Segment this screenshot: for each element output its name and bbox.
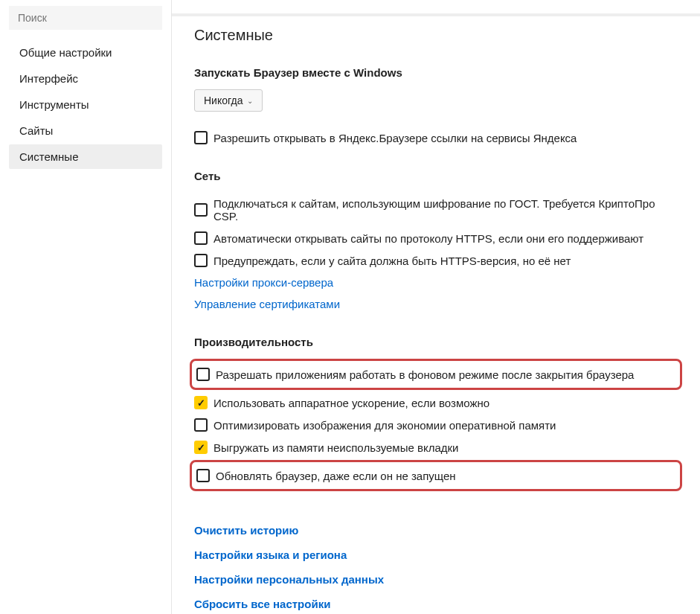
nav-sites[interactable]: Сайты xyxy=(9,118,162,143)
checkbox-update-browser[interactable] xyxy=(196,469,210,482)
checkbox-row-yandex-links: Разрешить открывать в Яндекс.Браузере сс… xyxy=(194,127,678,149)
checkbox-row-background-apps: Разрешать приложениям работать в фоновом… xyxy=(196,363,675,386)
checkbox-label: Подключаться к сайтам, использующим шифр… xyxy=(213,197,678,223)
link-clear-history[interactable]: Очистить историю xyxy=(194,518,678,543)
checkbox-yandex-links[interactable] xyxy=(194,131,208,144)
footer-links: Очистить историю Настройки языка и регио… xyxy=(194,518,678,614)
link-proxy-settings[interactable]: Настройки прокси-сервера xyxy=(194,272,678,293)
nav-tools[interactable]: Инструменты xyxy=(9,92,162,117)
startup-select[interactable]: Никогда ⌄ xyxy=(194,89,263,112)
checkbox-label: Разрешить открывать в Яндекс.Браузере сс… xyxy=(213,132,577,144)
highlight-update-browser: Обновлять браузер, даже если он не запущ… xyxy=(190,460,682,491)
content-area: Системные Запускать Браузер вместе с Win… xyxy=(172,0,700,614)
checkbox-label: Выгружать из памяти неиспользуемые вклад… xyxy=(213,441,458,454)
checkbox-unload-tabs[interactable] xyxy=(194,441,208,454)
checkbox-row-optimize-images: Оптимизировать изображения для экономии … xyxy=(194,414,678,436)
checkbox-hardware-accel[interactable] xyxy=(194,396,208,409)
nav-interface[interactable]: Интерфейс xyxy=(9,66,162,91)
checkbox-row-https-auto: Автоматически открывать сайты по протоко… xyxy=(194,227,678,249)
checkbox-label: Предупреждать, если у сайта должна быть … xyxy=(213,255,571,267)
checkbox-label: Обновлять браузер, даже если он не запущ… xyxy=(216,470,456,482)
link-personal-data[interactable]: Настройки персональных данных xyxy=(194,567,678,592)
checkbox-https-auto[interactable] xyxy=(194,231,208,245)
sidebar: Общие настройки Интерфейс Инструменты Са… xyxy=(0,0,171,614)
select-value: Никогда xyxy=(204,95,243,106)
checkbox-row-unload-tabs: Выгружать из памяти неиспользуемые вклад… xyxy=(194,436,678,458)
checkbox-https-warn[interactable] xyxy=(194,254,208,267)
highlight-background-apps: Разрешать приложениям работать в фоновом… xyxy=(190,359,682,390)
link-certificates[interactable]: Управление сертификатами xyxy=(194,293,678,315)
checkbox-label: Оптимизировать изображения для экономии … xyxy=(213,419,556,432)
performance-title: Производительность xyxy=(194,336,678,348)
checkbox-label: Использовать аппаратное ускорение, если … xyxy=(213,397,489,409)
search-input[interactable] xyxy=(9,6,162,30)
startup-label: Запускать Браузер вместе с Windows xyxy=(194,66,678,79)
network-title: Сеть xyxy=(194,170,678,182)
checkbox-row-https-warn: Предупреждать, если у сайта должна быть … xyxy=(194,249,678,272)
checkbox-background-apps[interactable] xyxy=(196,368,210,381)
checkbox-row-gost: Подключаться к сайтам, использующим шифр… xyxy=(194,193,678,227)
page-title: Системные xyxy=(194,27,678,44)
checkbox-label: Разрешать приложениям работать в фоновом… xyxy=(216,368,634,381)
chevron-down-icon: ⌄ xyxy=(247,97,253,105)
checkbox-row-update-browser: Обновлять браузер, даже если он не запущ… xyxy=(196,464,675,487)
nav-general[interactable]: Общие настройки xyxy=(9,40,162,65)
checkbox-optimize-images[interactable] xyxy=(194,418,208,432)
link-language-region[interactable]: Настройки языка и региона xyxy=(194,543,678,567)
link-reset-settings[interactable]: Сбросить все настройки xyxy=(194,592,678,614)
checkbox-gost[interactable] xyxy=(194,203,208,217)
top-bar xyxy=(172,13,700,16)
checkbox-row-hardware-accel: Использовать аппаратное ускорение, если … xyxy=(194,391,678,414)
nav-system[interactable]: Системные xyxy=(9,144,162,169)
checkbox-label: Автоматически открывать сайты по протоко… xyxy=(213,232,643,245)
